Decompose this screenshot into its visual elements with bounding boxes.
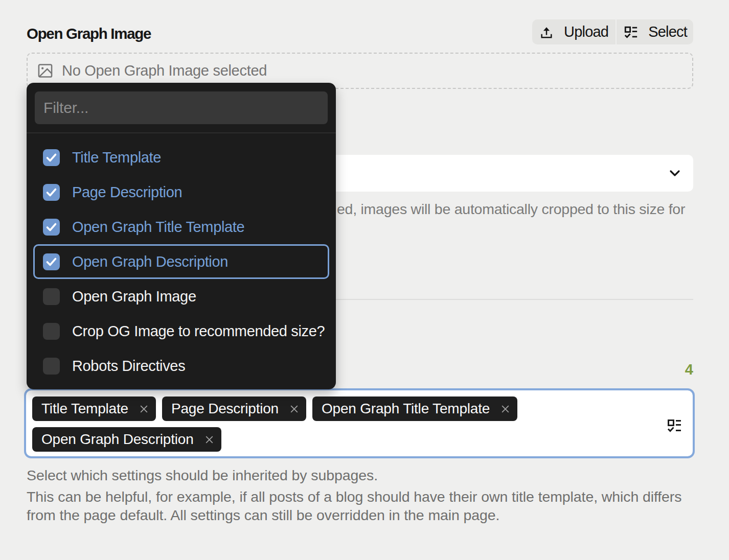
seo-settings-page: Open Graph Image Upload Select xyxy=(0,0,729,560)
inherit-settings-field[interactable]: Title Template Page Description Open Gra… xyxy=(24,388,695,458)
tag-page-description[interactable]: Page Description xyxy=(162,396,306,421)
chevron-down-icon xyxy=(668,166,682,180)
option-robots-directives[interactable]: Robots Directives xyxy=(33,348,329,383)
check-icon xyxy=(45,151,58,164)
remove-tag-icon[interactable] xyxy=(501,405,510,413)
checkbox xyxy=(43,219,60,236)
checkbox xyxy=(43,184,60,201)
option-open-graph-image[interactable]: Open Graph Image xyxy=(33,279,329,314)
og-image-empty-text: No Open Graph Image selected xyxy=(62,62,267,79)
tag-open-graph-description[interactable]: Open Graph Description xyxy=(32,427,221,452)
option-open-graph-title-template[interactable]: Open Graph Title Template xyxy=(33,209,329,244)
tag-label: Open Graph Description xyxy=(41,431,194,448)
filter-input[interactable] xyxy=(35,91,328,124)
check-icon xyxy=(45,221,58,234)
og-image-field-label: Open Graph Image xyxy=(27,26,151,41)
option-label: Open Graph Title Template xyxy=(72,219,244,236)
inherit-help-text: Select which settings should be inherite… xyxy=(27,466,681,524)
tag-label: Title Template xyxy=(41,401,128,417)
upload-icon xyxy=(539,25,554,39)
checkbox xyxy=(43,288,60,305)
dropdown-filter xyxy=(27,83,336,133)
og-image-size-help-text: ed, images will be automatically cropped… xyxy=(337,201,685,217)
dropdown-options: Title Template Page Description Open Gra… xyxy=(27,133,336,388)
tag-label: Page Description xyxy=(171,401,279,417)
option-label: Open Graph Image xyxy=(72,288,196,305)
option-label: Crop OG Image to recommended size? xyxy=(72,323,325,340)
inherit-settings-dropdown: Title Template Page Description Open Gra… xyxy=(27,83,336,389)
option-label: Robots Directives xyxy=(72,358,185,375)
help-line: Select which settings should be inherite… xyxy=(27,466,681,484)
upload-button-label: Upload xyxy=(564,24,608,40)
tag-title-template[interactable]: Title Template xyxy=(32,396,156,421)
select-button-label: Select xyxy=(648,24,687,40)
option-crop-og-image[interactable]: Crop OG Image to recommended size? xyxy=(33,314,329,348)
check-icon xyxy=(45,290,58,303)
remove-tag-icon[interactable] xyxy=(290,405,299,413)
help-line: This can be helpful, for example, if all… xyxy=(27,487,681,506)
check-icon xyxy=(45,325,58,338)
checkbox xyxy=(43,358,60,375)
checklist-icon[interactable] xyxy=(667,418,682,433)
option-open-graph-description[interactable]: Open Graph Description xyxy=(33,244,329,279)
image-icon xyxy=(38,63,53,78)
remove-tag-icon[interactable] xyxy=(205,435,214,444)
remove-tag-icon[interactable] xyxy=(140,405,148,413)
option-title-template[interactable]: Title Template xyxy=(33,140,329,175)
check-icon xyxy=(45,360,58,372)
checklist-icon xyxy=(624,25,638,39)
select-button[interactable]: Select xyxy=(617,19,693,44)
check-icon xyxy=(45,255,58,268)
tag-label: Open Graph Title Template xyxy=(322,401,490,417)
option-label: Title Template xyxy=(72,149,161,166)
tag-open-graph-title-template[interactable]: Open Graph Title Template xyxy=(312,396,517,421)
option-label: Page Description xyxy=(72,184,182,201)
option-label: Open Graph Description xyxy=(72,253,228,270)
check-icon xyxy=(45,186,58,199)
og-image-actions: Upload Select xyxy=(532,19,693,44)
option-page-description[interactable]: Page Description xyxy=(33,175,329,209)
checkbox xyxy=(43,253,60,270)
inherit-tags: Title Template Page Description Open Gra… xyxy=(32,396,657,452)
checkbox xyxy=(43,149,60,166)
help-line: from the page default. All settings can … xyxy=(27,506,681,524)
checkbox xyxy=(43,323,60,340)
upload-button[interactable]: Upload xyxy=(532,19,616,44)
